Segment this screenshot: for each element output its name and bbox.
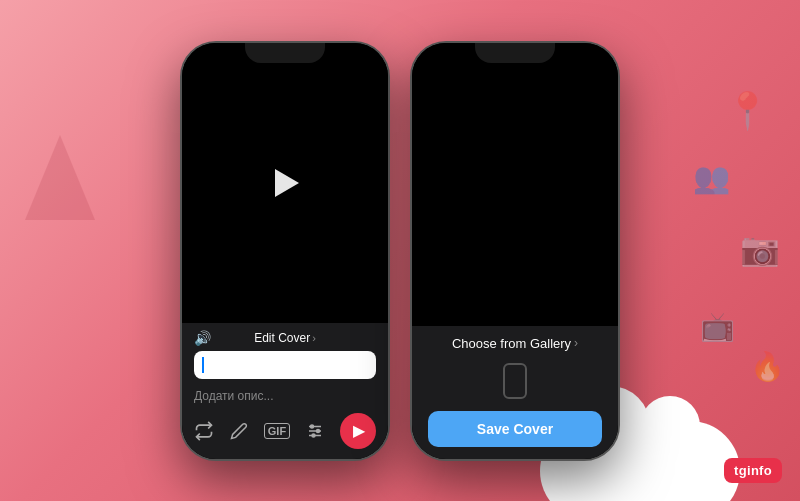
save-cover-label: Save Cover (477, 421, 553, 437)
svg-point-5 (312, 434, 315, 437)
sliders-icon[interactable] (306, 422, 324, 440)
send-arrow-icon: ▶ (353, 421, 365, 440)
save-cover-button[interactable]: Save Cover (428, 411, 602, 447)
edit-cover-label: Edit Cover (254, 331, 310, 345)
right-bottom-controls: Choose from Gallery › Save Cover (412, 326, 618, 459)
repost-icon[interactable] (194, 421, 214, 441)
edit-cover-row: 🔊 Edit Cover › (194, 331, 376, 345)
toolbar-row: GIF ▶ (194, 409, 376, 455)
left-phone: 🔊 Edit Cover › Додати опис... (180, 41, 390, 461)
caption-input-bar[interactable] (194, 351, 376, 379)
choose-gallery-button[interactable]: Choose from Gallery › (452, 336, 578, 351)
pencil-icon[interactable] (230, 422, 248, 440)
choose-gallery-row: Choose from Gallery › (428, 336, 602, 351)
volume-icon: 🔊 (194, 330, 211, 346)
right-video-area (412, 43, 618, 326)
left-bottom-controls: 🔊 Edit Cover › Додати опис... (182, 323, 388, 459)
choose-gallery-label: Choose from Gallery (452, 336, 571, 351)
twitch-icon: 📺 (700, 310, 735, 343)
telegram-logo-left (20, 130, 100, 230)
choose-gallery-chevron-icon: › (574, 336, 578, 350)
mobile-phone-icon (503, 363, 527, 399)
edit-cover-button[interactable]: Edit Cover › (254, 331, 316, 345)
right-phone: Choose from Gallery › Save Cover (410, 41, 620, 461)
play-icon[interactable] (275, 169, 299, 197)
left-video-area (182, 43, 388, 323)
phones-container: 🔊 Edit Cover › Додати опис... (180, 41, 620, 461)
tginfo-badge: tginfo (724, 458, 782, 483)
description-placeholder: Додати опис... (194, 385, 376, 409)
send-button[interactable]: ▶ (340, 413, 376, 449)
svg-point-4 (317, 429, 320, 432)
location-icon: 📍 (725, 90, 770, 132)
svg-point-3 (311, 425, 314, 428)
edit-cover-chevron-icon: › (312, 332, 316, 344)
caption-cursor (202, 357, 204, 373)
left-phone-screen: 🔊 Edit Cover › Додати опис... (182, 43, 388, 459)
fire-icon: 🔥 (750, 350, 785, 383)
gif-icon[interactable]: GIF (264, 423, 290, 439)
phone-icon-area (428, 363, 602, 399)
right-phone-screen: Choose from Gallery › Save Cover (412, 43, 618, 459)
group-icon: 👥 (693, 160, 730, 195)
camera-icon: 📷 (740, 230, 780, 268)
